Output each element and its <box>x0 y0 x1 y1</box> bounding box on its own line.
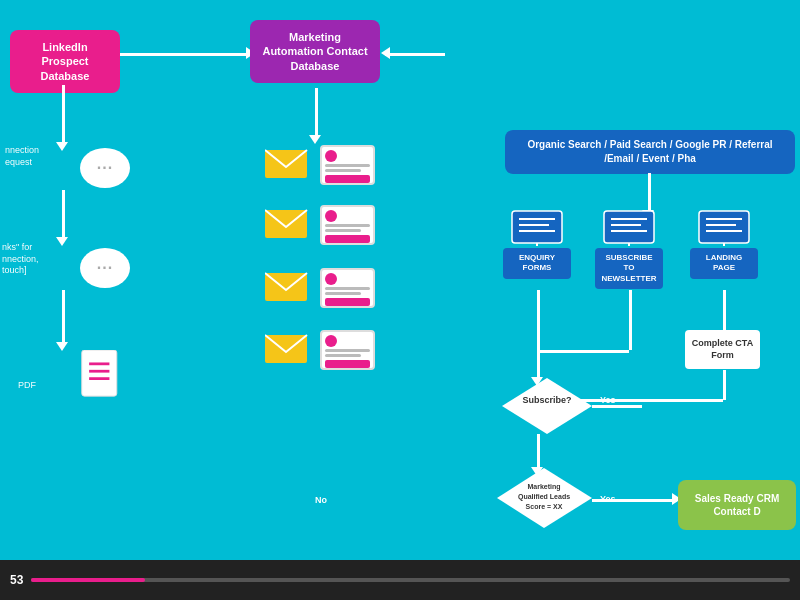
profile-card-3 <box>320 268 375 308</box>
svg-text:Qualified Leads: Qualified Leads <box>518 493 570 501</box>
progress-bar-fill <box>31 578 145 582</box>
mql-diamond: Marketing Qualified Leads Score = XX <box>497 468 592 532</box>
subscribe-diamond: Subscribe? <box>502 378 592 438</box>
arrow-down-marketing <box>315 88 318 138</box>
subscribe-label: SUBSCRIBE TO NEWSLETTER <box>601 253 656 283</box>
arrow-down-organic <box>648 173 651 213</box>
sales-ready-box: Sales Ready CRM Contact D <box>678 480 796 530</box>
chat-bubble-1: ··· <box>80 148 130 188</box>
profile-card-2 <box>320 205 375 245</box>
linkedin-label: LinkedIn Prospect Database <box>41 41 90 82</box>
video-controls: 53 <box>0 560 800 600</box>
linkedin-prospect-box: LinkedIn Prospect Database <box>10 30 120 93</box>
arrow-down-enquiry <box>537 290 540 380</box>
arrow-marketing-back <box>385 53 445 56</box>
enquiry-forms-box: ENQUIRY FORMS <box>503 248 571 279</box>
svg-rect-14 <box>604 211 654 243</box>
email-icon-3 <box>265 268 310 303</box>
svg-rect-0 <box>82 350 117 396</box>
arrow-linkedin-marketing <box>120 53 250 56</box>
arrow-down-linkedin <box>62 85 65 145</box>
sales-ready-label: Sales Ready CRM Contact D <box>695 493 779 517</box>
arrow-cta-down <box>723 370 726 400</box>
landing-page-label: LANDING PAGE <box>706 253 742 272</box>
svg-text:Subscribe?: Subscribe? <box>522 395 571 405</box>
organic-search-label: Organic Search / Paid Search / Google PR… <box>527 139 772 164</box>
svg-text:Score = XX: Score = XX <box>526 503 563 510</box>
organic-search-box: Organic Search / Paid Search / Google PR… <box>505 130 795 174</box>
subscribe-monitor-icon <box>603 210 655 246</box>
landing-page-container: LANDING PAGE <box>690 210 758 279</box>
cta-form-box: Complete CTA Form <box>685 330 760 369</box>
enquiry-forms-label: ENQUIRY FORMS <box>519 253 555 272</box>
progress-bar-container[interactable] <box>31 578 790 582</box>
arrow-subscribe-to-mql <box>537 434 540 469</box>
hline-yes-mql <box>592 499 677 502</box>
connection-request-text: nnectionequest <box>5 145 39 168</box>
keeps-text: nks" fornnection,touch] <box>2 242 39 277</box>
pdf-icon <box>75 350 130 410</box>
enquiry-forms-container: ENQUIRY FORMS <box>503 210 571 279</box>
arrow-down-landing <box>723 290 726 330</box>
svg-text:Marketing: Marketing <box>527 483 560 491</box>
marketing-automation-box: Marketing Automation Contact Database <box>250 20 380 83</box>
arrowhead-left <box>381 47 390 59</box>
cta-form-label: Complete CTA Form <box>692 338 753 360</box>
profile-card-4 <box>320 330 375 370</box>
hline-yes-subscribe <box>592 405 642 408</box>
svg-marker-26 <box>502 378 592 434</box>
yes-label-subscribe: Yes <box>600 395 616 405</box>
time-display: 53 <box>10 573 23 587</box>
diagram: LinkedIn Prospect Database Marketing Aut… <box>0 0 800 560</box>
arrowhead-down-1 <box>56 142 68 151</box>
arrowhead-down-2 <box>56 237 68 246</box>
no-label: No <box>315 495 327 505</box>
email-icon-2 <box>265 205 310 240</box>
marketing-label: Marketing Automation Contact Database <box>262 31 367 72</box>
landing-page-box: LANDING PAGE <box>690 248 758 279</box>
svg-rect-20 <box>699 211 749 243</box>
subscribe-newsletter-box: SUBSCRIBE TO NEWSLETTER <box>595 248 663 289</box>
enquiry-monitor-icon <box>511 210 563 246</box>
arrowhead-down-3 <box>56 342 68 351</box>
svg-rect-8 <box>512 211 562 243</box>
arrow-down-2 <box>62 190 65 240</box>
landing-page-monitor-icon <box>698 210 750 246</box>
arrowhead-down-marketing <box>309 135 321 144</box>
email-icon-1 <box>265 145 310 180</box>
chat-bubble-2: ··· <box>80 248 130 288</box>
arrow-down-subscribe <box>629 290 632 350</box>
hline-subscribe <box>537 350 629 353</box>
email-icon-4 <box>265 330 310 365</box>
subscribe-container: SUBSCRIBE TO NEWSLETTER <box>595 210 663 289</box>
pdf-label: PDF <box>18 380 36 392</box>
arrow-down-3 <box>62 290 65 345</box>
profile-card-1 <box>320 145 375 185</box>
